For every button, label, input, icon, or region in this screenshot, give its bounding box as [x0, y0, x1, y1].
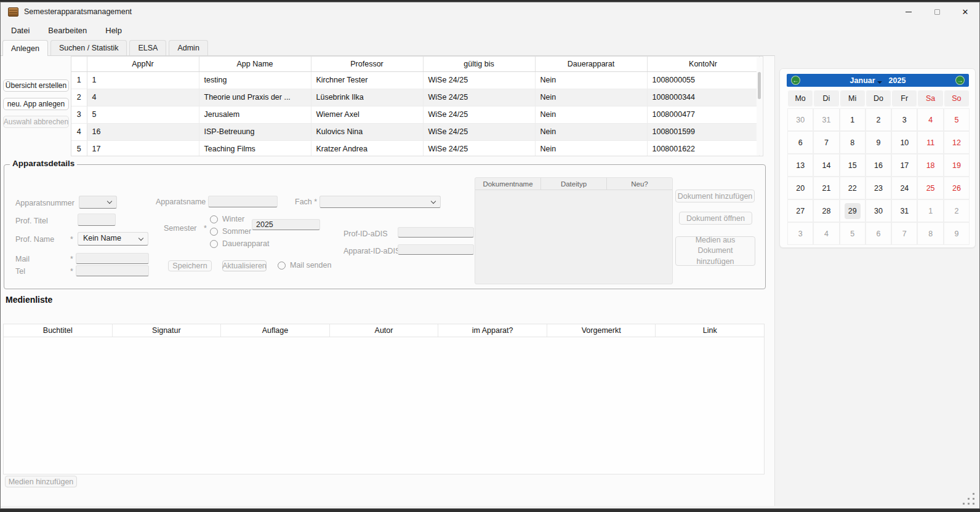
- semester-radio-sommer[interactable]: Sommer: [210, 227, 251, 236]
- table-cell[interactable]: 5: [87, 106, 199, 123]
- calendar-day-cell[interactable]: 16: [866, 154, 891, 177]
- medienliste-header-autor[interactable]: Autor: [330, 324, 439, 337]
- maximize-button[interactable]: [923, 2, 951, 21]
- apps-header-professor[interactable]: Professor: [311, 57, 423, 71]
- prof-titel-input[interactable]: [78, 214, 116, 226]
- tab-anlegen[interactable]: Anlegen: [2, 40, 48, 56]
- dokument-oeffnen-button[interactable]: Dokument öffnen: [679, 212, 752, 225]
- apps-header-kontonr[interactable]: KontoNr: [647, 57, 759, 71]
- medien-aus-dokument-button[interactable]: Medien aus Dokument hinzufügen: [675, 236, 755, 266]
- table-cell[interactable]: Teaching Films: [199, 140, 311, 156]
- medienliste-header-buchtitel[interactable]: Buchtitel: [4, 324, 113, 337]
- scrollbar-thumb[interactable]: [758, 72, 761, 99]
- table-row[interactable]: 517Teaching FilmsKratzer AndreaWiSe 24/2…: [71, 140, 759, 156]
- semester-year-input[interactable]: [252, 219, 320, 230]
- calendar-day-cell[interactable]: 4: [917, 108, 943, 131]
- table-cell[interactable]: Wiemer Axel: [311, 106, 423, 123]
- calendar-day-cell[interactable]: 7: [891, 222, 917, 245]
- table-row[interactable]: 24Theorie und Praxis der ...Lüsebrink Il…: [71, 89, 759, 106]
- table-row[interactable]: 35JerusalemWiemer AxelWiSe 24/25Nein1008…: [71, 106, 759, 123]
- table-cell[interactable]: Nein: [535, 140, 647, 156]
- calendar-day-cell[interactable]: 31: [813, 108, 839, 131]
- sidebar-button-neu-app-anlegen[interactable]: neu. App anlegen: [3, 98, 69, 110]
- table-cell[interactable]: 1008000477: [647, 106, 759, 123]
- table-cell[interactable]: 1008001622: [647, 140, 759, 156]
- table-cell[interactable]: Nein: [535, 123, 647, 140]
- apparat-id-adis-input[interactable]: [398, 244, 474, 255]
- calendar-day-cell[interactable]: 5: [944, 108, 970, 131]
- mail-input[interactable]: [76, 253, 149, 264]
- calendar-day-cell[interactable]: 9: [866, 131, 891, 154]
- close-button[interactable]: ✕: [951, 2, 979, 21]
- table-cell[interactable]: testing: [199, 71, 311, 89]
- calendar-day-cell[interactable]: 18: [917, 154, 943, 177]
- apparatsnummer-combo[interactable]: [79, 196, 117, 209]
- calendar-day-cell[interactable]: 15: [840, 154, 866, 177]
- calendar-day-cell[interactable]: 23: [866, 177, 891, 199]
- calendar-day-cell[interactable]: 6: [866, 222, 891, 245]
- calendar-day-cell[interactable]: 12: [944, 131, 970, 154]
- calendar-day-cell[interactable]: 22: [840, 177, 866, 199]
- calendar-day-cell[interactable]: 11: [917, 131, 943, 154]
- table-cell[interactable]: WiSe 24/25: [423, 140, 535, 156]
- calendar-day-cell[interactable]: 29: [840, 199, 866, 222]
- apps-header-dauerapparat[interactable]: Dauerapparat: [535, 57, 647, 71]
- table-cell[interactable]: 1: [87, 71, 199, 89]
- semester-radio-dauerapparat[interactable]: Dauerapparat: [210, 239, 269, 248]
- menu-item-help[interactable]: Help: [98, 23, 129, 38]
- table-cell[interactable]: Lüsebrink Ilka: [311, 89, 423, 106]
- calendar-day-cell[interactable]: 8: [840, 131, 866, 154]
- calendar-prev-month-button[interactable]: ←: [791, 76, 800, 85]
- table-cell[interactable]: Kulovics Nina: [311, 123, 423, 140]
- sidebar-button-übersicht-erstellen[interactable]: Übersicht erstellen: [3, 79, 69, 92]
- fach-combo[interactable]: [319, 196, 441, 208]
- prof-name-combo[interactable]: Kein Name: [78, 232, 148, 246]
- calendar-day-cell[interactable]: 28: [813, 199, 839, 222]
- semester-radio-winter[interactable]: Winter: [210, 215, 244, 223]
- documents-header-neu[interactable]: Neu?: [607, 178, 672, 190]
- calendar-day-cell[interactable]: 30: [866, 199, 891, 222]
- tab-elsa[interactable]: ELSA: [129, 40, 166, 55]
- calendar-day-cell[interactable]: 3: [787, 222, 813, 245]
- table-cell[interactable]: 4: [87, 89, 199, 106]
- calendar-day-cell[interactable]: 2: [944, 199, 970, 222]
- calendar-day-cell[interactable]: 1: [840, 108, 866, 131]
- table-row[interactable]: 416ISP-BetreuungKulovics NinaWiSe 24/25N…: [71, 123, 759, 140]
- speichern-button[interactable]: Speichern: [168, 260, 212, 271]
- calendar-day-cell[interactable]: 21: [813, 177, 839, 199]
- mail-senden-checkbox[interactable]: Mail senden: [278, 261, 331, 270]
- table-cell[interactable]: WiSe 24/25: [423, 71, 535, 89]
- apparatsname-input[interactable]: [208, 196, 278, 207]
- medienliste-header-auflage[interactable]: Auflage: [221, 324, 330, 337]
- tab-admin[interactable]: Admin: [169, 40, 207, 55]
- aktualisieren-button[interactable]: Aktualisieren: [222, 260, 267, 271]
- table-row[interactable]: 11testingKirchner TesterWiSe 24/25Nein10…: [71, 71, 759, 89]
- calendar-day-cell[interactable]: 7: [813, 131, 839, 154]
- calendar-next-month-button[interactable]: →: [955, 76, 965, 85]
- apps-table-scrollbar[interactable]: [757, 57, 762, 155]
- table-cell[interactable]: WiSe 24/25: [423, 89, 535, 106]
- table-cell[interactable]: Jerusalem: [199, 106, 311, 123]
- tel-input[interactable]: [76, 265, 149, 276]
- calendar-day-cell[interactable]: 30: [787, 108, 813, 131]
- calendar-day-cell[interactable]: 17: [891, 154, 917, 177]
- table-cell[interactable]: WiSe 24/25: [423, 123, 535, 140]
- table-cell[interactable]: 16: [87, 123, 199, 140]
- table-cell[interactable]: Kirchner Tester: [311, 71, 423, 89]
- calendar-day-cell[interactable]: 27: [787, 199, 813, 222]
- calendar-day-cell[interactable]: 1: [917, 199, 943, 222]
- calendar-day-cell[interactable]: 8: [917, 222, 943, 245]
- medienliste-header-im-apparat[interactable]: im Apparat?: [438, 324, 547, 337]
- table-cell[interactable]: 1008000055: [647, 71, 759, 89]
- calendar-title[interactable]: Januar 2025: [850, 76, 906, 85]
- calendar-day-cell[interactable]: 25: [917, 177, 943, 199]
- table-cell[interactable]: Nein: [535, 106, 647, 123]
- documents-header-dokumentname[interactable]: Dokumentname: [475, 178, 541, 190]
- medien-hinzufuegen-button[interactable]: Medien hinzufügen: [5, 476, 77, 487]
- dokument-hinzufuegen-button[interactable]: Dokument hinzufügen: [675, 190, 755, 202]
- calendar-day-cell[interactable]: 6: [787, 131, 813, 154]
- calendar-day-cell[interactable]: 5: [840, 222, 866, 245]
- apps-header-appnr[interactable]: AppNr: [87, 57, 199, 71]
- calendar-day-cell[interactable]: 26: [944, 177, 970, 199]
- medienliste-table[interactable]: BuchtitelSignaturAuflageAutorim Apparat?…: [3, 324, 765, 474]
